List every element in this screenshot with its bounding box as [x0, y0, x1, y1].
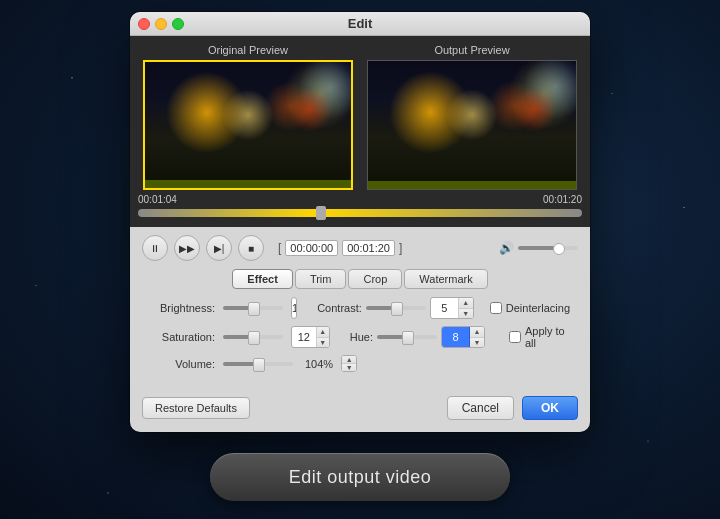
- restore-defaults-button[interactable]: Restore Defaults: [142, 397, 250, 419]
- apply-to-all-checkbox[interactable]: [509, 331, 521, 343]
- hue-down[interactable]: ▼: [470, 338, 484, 348]
- title-bar-buttons: [138, 18, 184, 30]
- tab-crop[interactable]: Crop: [348, 269, 402, 289]
- ok-button[interactable]: OK: [522, 396, 578, 420]
- deinterlacing-row: Deinterlacing: [490, 302, 570, 314]
- brightness-value: 12: [292, 298, 297, 318]
- saturation-stepper: 12 ▲ ▼: [291, 326, 330, 348]
- volume-control: 🔊: [499, 241, 578, 255]
- saturation-down[interactable]: ▼: [317, 338, 329, 348]
- bracket-close: ]: [399, 241, 402, 255]
- brightness-row: Brightness: 12 ▲ ▼ Contrast: 5 ▲: [150, 297, 570, 319]
- volume-label: Volume:: [150, 358, 215, 370]
- contrast-stepper: 5 ▲ ▼: [430, 297, 474, 319]
- skip-button[interactable]: ▶|: [206, 235, 232, 261]
- volume-icon: 🔊: [499, 241, 514, 255]
- saturation-slider[interactable]: [223, 335, 283, 339]
- volume-stepper-arrows: ▲ ▼: [342, 356, 356, 371]
- time-display: [ 00:00:00 00:01:20 ]: [278, 240, 402, 256]
- tab-bar: Effect Trim Crop Watermark: [142, 269, 578, 289]
- timeline-times: 00:01:04 00:01:20: [138, 194, 582, 205]
- minimize-button[interactable]: [155, 18, 167, 30]
- saturation-label: Saturation:: [150, 331, 215, 343]
- original-preview-video: [143, 60, 353, 190]
- saturation-value: 12: [292, 327, 317, 347]
- time-end-value: 00:01:20: [342, 240, 395, 256]
- saturation-stepper-arrows: ▲ ▼: [317, 327, 329, 347]
- saturation-up[interactable]: ▲: [317, 327, 329, 338]
- volume-stepper: ▲ ▼: [341, 355, 357, 372]
- preview-section: Original Preview Output Preview: [130, 36, 590, 190]
- title-bar: Edit: [130, 12, 590, 36]
- output-preview-pane: Output Preview: [362, 44, 582, 190]
- stop-icon: ■: [248, 243, 254, 254]
- maximize-button[interactable]: [172, 18, 184, 30]
- volume-up[interactable]: ▲: [342, 356, 356, 364]
- effect-controls: Brightness: 12 ▲ ▼ Contrast: 5 ▲: [142, 297, 578, 372]
- timeline-start: 00:01:04: [138, 194, 177, 205]
- pause-button[interactable]: ⏸: [142, 235, 168, 261]
- tab-watermark[interactable]: Watermark: [404, 269, 487, 289]
- timeline-bar[interactable]: [138, 209, 582, 217]
- contrast-slider[interactable]: [366, 306, 426, 310]
- bracket-open: [: [278, 241, 281, 255]
- playback-controls: ⏸ ▶▶ ▶| ■ [ 00:00:00 00:01:20 ] 🔊: [142, 235, 578, 261]
- stop-button[interactable]: ■: [238, 235, 264, 261]
- contrast-value: 5: [431, 298, 459, 318]
- time-start-value: 00:00:00: [285, 240, 338, 256]
- apply-to-all-row: Apply to all: [509, 325, 570, 349]
- bottom-buttons: Restore Defaults Cancel OK: [130, 386, 590, 432]
- brightness-slider[interactable]: [223, 306, 283, 310]
- volume-slider[interactable]: [518, 246, 578, 250]
- saturation-row: Saturation: 12 ▲ ▼ Hue: 8 ▲: [150, 325, 570, 349]
- hue-stepper: 8 ▲ ▼: [441, 326, 485, 348]
- contrast-up[interactable]: ▲: [459, 298, 473, 309]
- volume-row: Volume: 104% ▲ ▼: [150, 355, 570, 372]
- output-preview-label: Output Preview: [434, 44, 509, 56]
- brightness-label: Brightness:: [150, 302, 215, 314]
- contrast-down[interactable]: ▼: [459, 309, 473, 319]
- contrast-label: Contrast:: [317, 302, 362, 314]
- hue-label: Hue:: [350, 331, 373, 343]
- brightness-stepper: 12 ▲ ▼: [291, 297, 297, 319]
- edit-output-video-button[interactable]: Edit output video: [210, 453, 510, 501]
- window-title: Edit: [348, 16, 373, 31]
- timeline-end: 00:01:20: [543, 194, 582, 205]
- volume-value: 104%: [305, 358, 333, 370]
- controls-section: ⏸ ▶▶ ▶| ■ [ 00:00:00 00:01:20 ] 🔊: [130, 227, 590, 386]
- tab-trim[interactable]: Trim: [295, 269, 347, 289]
- deinterlacing-checkbox[interactable]: [490, 302, 502, 314]
- tab-effect[interactable]: Effect: [232, 269, 293, 289]
- forward-icon: ▶▶: [179, 243, 195, 254]
- hue-slider[interactable]: [377, 335, 437, 339]
- apply-to-all-label: Apply to all: [525, 325, 570, 349]
- edit-output-video-label: Edit output video: [289, 467, 432, 488]
- close-button[interactable]: [138, 18, 150, 30]
- volume-slider-ctrl[interactable]: [223, 362, 293, 366]
- original-preview-label: Original Preview: [208, 44, 288, 56]
- output-car-scene: [368, 61, 576, 189]
- deinterlacing-label: Deinterlacing: [506, 302, 570, 314]
- output-preview-video: [367, 60, 577, 190]
- edit-window: Edit Original Preview Output Preview 00:…: [130, 12, 590, 432]
- action-buttons: Cancel OK: [447, 396, 578, 420]
- timeline-section: 00:01:04 00:01:20: [130, 190, 590, 227]
- hue-up[interactable]: ▲: [470, 327, 484, 338]
- volume-down[interactable]: ▼: [342, 364, 356, 371]
- forward-button[interactable]: ▶▶: [174, 235, 200, 261]
- cancel-button[interactable]: Cancel: [447, 396, 514, 420]
- hue-stepper-arrows: ▲ ▼: [470, 327, 484, 347]
- pause-icon: ⏸: [150, 243, 160, 254]
- original-preview-pane: Original Preview: [138, 44, 358, 190]
- original-car-scene: [145, 62, 351, 188]
- contrast-stepper-arrows: ▲ ▼: [459, 298, 473, 318]
- skip-icon: ▶|: [214, 243, 225, 254]
- hue-value: 8: [442, 327, 470, 347]
